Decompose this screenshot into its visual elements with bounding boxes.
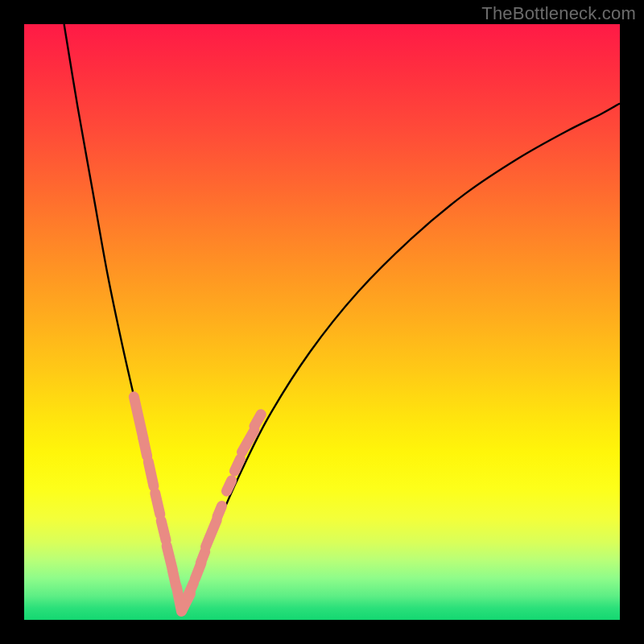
data-marker <box>254 415 261 427</box>
data-marker <box>234 459 240 471</box>
watermark-text: TheBottleneck.com <box>481 3 636 24</box>
data-marker <box>217 506 222 518</box>
data-marker <box>206 520 217 547</box>
data-marker <box>226 481 231 491</box>
data-marker <box>134 397 142 438</box>
marker-group <box>134 397 261 612</box>
data-marker <box>200 551 204 563</box>
data-marker <box>143 438 147 456</box>
curves-svg <box>24 24 620 620</box>
curve-group <box>64 24 620 611</box>
curve-right-curve <box>182 103 620 610</box>
data-marker <box>161 521 166 540</box>
data-marker <box>188 583 194 595</box>
data-marker <box>148 461 154 486</box>
plot-area <box>24 24 620 620</box>
chart-container: TheBottleneck.com <box>0 0 644 644</box>
data-marker <box>155 493 160 514</box>
